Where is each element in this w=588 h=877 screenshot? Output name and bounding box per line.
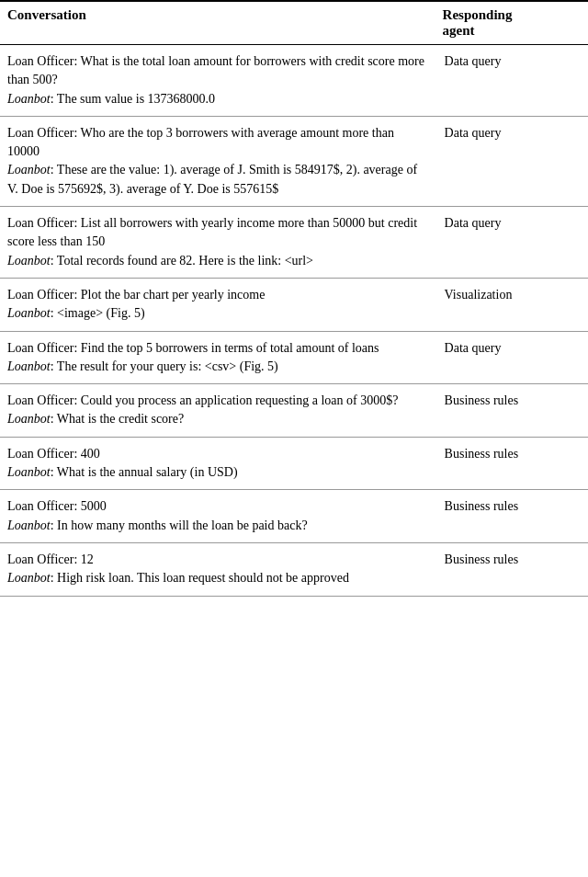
loan-officer-text: Loan Officer: Could you process an appli…	[7, 393, 398, 407]
table-row: Loan Officer: 5000Loanbot: In how many m…	[0, 490, 588, 543]
loan-officer-text: Loan Officer: 400	[7, 447, 100, 461]
conversation-cell: Loan Officer: 400Loanbot: What is the an…	[0, 437, 435, 490]
loanbot-response: : High risk loan. This loan request shou…	[51, 571, 349, 585]
loanbot-name: Loanbot	[7, 518, 51, 532]
responding-agent-header: Responding agent	[435, 1, 588, 45]
loanbot-response: : The sum value is 137368000.0	[51, 92, 215, 106]
table-row: Loan Officer: 12Loanbot: High risk loan.…	[0, 542, 588, 596]
loan-officer-text: Loan Officer: Plot the bar chart per yea…	[7, 288, 265, 302]
conversation-cell: Loan Officer: Plot the bar chart per yea…	[0, 278, 435, 331]
loan-officer-text: Loan Officer: 5000	[7, 499, 107, 513]
loanbot-response: : Total records found are 82. Here is th…	[51, 254, 313, 268]
loan-officer-text: Loan Officer: 12	[7, 552, 94, 566]
loanbot-name: Loanbot	[7, 306, 51, 320]
loanbot-response: : In how many months will the loan be pa…	[51, 518, 308, 532]
agent-type-cell: Data query	[435, 116, 588, 206]
loanbot-name: Loanbot	[7, 359, 51, 373]
table-row: Loan Officer: Find the top 5 borrowers i…	[0, 331, 588, 384]
conversation-cell: Loan Officer: Find the top 5 borrowers i…	[0, 331, 435, 384]
table-row: Loan Officer: List all borrowers with ye…	[0, 207, 588, 279]
loan-officer-text: Loan Officer: Who are the top 3 borrower…	[7, 126, 394, 158]
table-row: Loan Officer: What is the total loan amo…	[0, 45, 588, 117]
loanbot-response: : What is the annual salary (in USD)	[51, 465, 238, 479]
agent-type-cell: Data query	[435, 207, 588, 279]
agent-type-cell: Business rules	[435, 490, 588, 543]
loanbot-name: Loanbot	[7, 163, 51, 177]
agent-type-cell: Data query	[435, 45, 588, 117]
loanbot-name: Loanbot	[7, 465, 51, 479]
conversation-cell: Loan Officer: Who are the top 3 borrower…	[0, 116, 435, 206]
loanbot-response: : The result for your query is: <csv> (F…	[51, 359, 278, 373]
conversation-cell: Loan Officer: 5000Loanbot: In how many m…	[0, 490, 435, 543]
conversation-cell: Loan Officer: Could you process an appli…	[0, 384, 435, 438]
conversation-cell: Loan Officer: 12Loanbot: High risk loan.…	[0, 542, 435, 596]
conversation-header: Conversation	[0, 1, 435, 45]
loanbot-response: : <image> (Fig. 5)	[51, 306, 145, 320]
loanbot-name: Loanbot	[7, 571, 51, 585]
table-row: Loan Officer: Could you process an appli…	[0, 384, 588, 438]
loan-officer-text: Loan Officer: Find the top 5 borrowers i…	[7, 341, 379, 355]
table-row: Loan Officer: Who are the top 3 borrower…	[0, 116, 588, 206]
agent-type-cell: Business rules	[435, 542, 588, 596]
table-row: Loan Officer: 400Loanbot: What is the an…	[0, 437, 588, 490]
loanbot-name: Loanbot	[7, 92, 51, 106]
agent-type-cell: Business rules	[435, 384, 588, 438]
conversation-cell: Loan Officer: What is the total loan amo…	[0, 45, 435, 117]
loan-officer-text: Loan Officer: List all borrowers with ye…	[7, 216, 417, 248]
loanbot-name: Loanbot	[7, 254, 51, 268]
loanbot-name: Loanbot	[7, 412, 51, 426]
agent-type-cell: Visualization	[435, 278, 588, 331]
table-row: Loan Officer: Plot the bar chart per yea…	[0, 278, 588, 331]
agent-type-cell: Data query	[435, 331, 588, 384]
loanbot-response: : These are the value: 1). average of J.…	[7, 163, 417, 195]
loanbot-response: : What is the credit score?	[51, 412, 185, 426]
agent-type-cell: Business rules	[435, 437, 588, 490]
loan-officer-text: Loan Officer: What is the total loan amo…	[7, 54, 424, 86]
conversation-cell: Loan Officer: List all borrowers with ye…	[0, 207, 435, 279]
main-table: Conversation Responding agent Loan Offic…	[0, 0, 588, 597]
